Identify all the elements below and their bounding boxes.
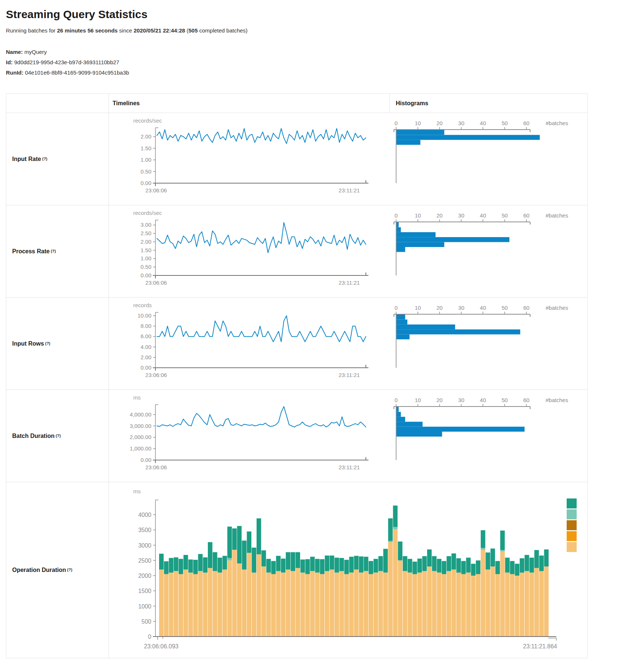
operation-duration-bar-stack-top xyxy=(286,552,290,570)
svg-text:50: 50 xyxy=(502,397,508,403)
operation-duration-bar-stack-bottom xyxy=(529,573,534,637)
operation-duration-bar-stack-bottom xyxy=(188,573,193,637)
operation-duration-bar-stack-top xyxy=(261,551,266,567)
operation-duration-bar-stack-bottom xyxy=(281,573,285,637)
row-process-rate: Process Rate (?) records/sec0.000.501.00… xyxy=(6,205,587,298)
operation-duration-bar-stack-bottom xyxy=(403,571,407,637)
operation-duration-bar-stack-top xyxy=(491,549,495,567)
help-icon[interactable]: (?) xyxy=(67,568,72,572)
svg-text:ms: ms xyxy=(133,394,141,401)
legend-swatch-3 xyxy=(567,520,577,530)
operation-duration-bar-stack-bottom xyxy=(495,574,500,637)
help-icon[interactable]: (?) xyxy=(45,341,50,346)
operation-duration-bar-stack-top xyxy=(447,556,451,571)
svg-text:50: 50 xyxy=(502,212,508,219)
batch-duration-hist-bar xyxy=(396,412,401,416)
svg-text:0: 0 xyxy=(395,397,398,403)
operation-duration-bar-stack-top xyxy=(393,505,398,527)
operation-duration-bar-stack-bottom xyxy=(442,574,446,637)
help-icon[interactable]: (?) xyxy=(51,249,56,253)
operation-duration-bar-stack-top xyxy=(369,561,373,574)
svg-text:10: 10 xyxy=(415,305,421,311)
operation-duration-bar-stack-top xyxy=(237,526,241,564)
operation-duration-bar-stack-bottom xyxy=(359,573,363,637)
operation-duration-bar-stack-bottom xyxy=(247,553,251,637)
input-rows-line xyxy=(157,316,366,342)
operation-duration-bar-stack-bottom xyxy=(412,574,417,637)
svg-text:23:06:06: 23:06:06 xyxy=(145,372,167,378)
svg-text:#batches: #batches xyxy=(546,305,568,311)
operation-duration-bar-stack-top xyxy=(198,554,203,571)
operation-duration-bar-stack-top xyxy=(456,558,461,573)
operation-duration-bar-stack-bottom xyxy=(330,570,334,637)
operation-duration-bar-stack-bottom xyxy=(213,571,217,637)
batch-duration-timeline: ms0.001,000.002,000.003,000.004,000.0023… xyxy=(130,394,368,470)
operation-duration-bar-stack-top xyxy=(544,549,549,566)
batch-duration-hist-bar xyxy=(396,427,525,432)
operation-duration-bar-stack-bottom xyxy=(174,571,178,637)
operation-duration-bar-stack-top xyxy=(301,559,305,573)
operation-duration-bar-stack-bottom xyxy=(398,560,402,637)
operation-duration-bar-stack-bottom xyxy=(471,576,475,637)
operation-duration-bar-stack-bottom xyxy=(320,574,324,637)
operation-duration-bar-stack-middle xyxy=(227,558,232,560)
operation-duration-bar-stack-top xyxy=(451,553,456,570)
svg-text:1.50: 1.50 xyxy=(141,247,151,253)
operation-duration-bar-stack-middle xyxy=(481,548,485,550)
operation-duration-bar-stack-bottom xyxy=(223,570,227,637)
table-header-row: Timelines Histograms xyxy=(6,94,587,113)
operation-duration-bar-stack-bottom xyxy=(208,568,212,637)
svg-text:3,000.00: 3,000.00 xyxy=(130,423,151,429)
svg-text:10.00: 10.00 xyxy=(137,312,151,319)
process-rate-timeline-and-histogram: records/sec0.000.501.001.502.002.503.002… xyxy=(109,205,588,298)
svg-text:1500: 1500 xyxy=(138,588,151,594)
operation-duration-bar-stack-bottom xyxy=(305,574,310,637)
operation-duration-bar-stack-bottom xyxy=(525,571,529,637)
operation-duration-bar-stack-bottom xyxy=(437,573,441,637)
operation-duration-bar-stack-bottom xyxy=(164,574,168,637)
help-icon[interactable]: (?) xyxy=(42,157,47,161)
page-title: Streaming Query Statistics xyxy=(6,7,619,21)
operation-duration-bar-stack-top xyxy=(364,557,368,571)
operation-duration-bar-stack-top xyxy=(276,556,281,571)
operation-duration-bar-stack-middle xyxy=(500,550,505,551)
legend-swatch-2 xyxy=(567,510,577,520)
svg-text:50: 50 xyxy=(502,120,508,126)
operation-duration-stacked-chart: ms0500100015002000250030003500400023:06:… xyxy=(109,482,588,658)
operation-duration-bar-stack-bottom xyxy=(159,570,164,637)
legend-swatch-1 xyxy=(567,498,577,508)
query-name-label: Name: xyxy=(6,49,23,55)
svg-text:records/sec: records/sec xyxy=(133,210,162,216)
operation-duration-bar-stack-top xyxy=(188,559,193,573)
input-rate-timeline-and-histogram: records/sec0.000.501.001.502.0023:06:062… xyxy=(109,113,588,205)
operation-duration-bar-stack-bottom xyxy=(354,570,358,637)
svg-text:10: 10 xyxy=(415,212,421,219)
svg-text:0.50: 0.50 xyxy=(141,168,151,175)
svg-text:60: 60 xyxy=(523,120,529,126)
input-rows-charts: records0.002.004.006.008.0010.0023:06:06… xyxy=(109,298,588,390)
svg-text:3500: 3500 xyxy=(138,527,151,533)
operation-duration-bar-stack-bottom xyxy=(325,571,329,637)
operation-duration-bar-stack-bottom xyxy=(456,573,461,637)
operation-duration-bar-stack-top xyxy=(325,556,329,571)
operation-duration-bar-stack-top xyxy=(359,556,363,573)
operation-duration-bar-stack-top xyxy=(374,559,378,573)
svg-text:0.00: 0.00 xyxy=(141,180,151,186)
row-label-operation-duration: Operation Duration (?) xyxy=(6,482,109,658)
svg-text:0: 0 xyxy=(148,634,151,640)
operation-duration-bar-stack-bottom xyxy=(515,576,519,637)
operation-duration-bar-stack-top xyxy=(388,518,392,541)
operation-duration-bar-stack-bottom xyxy=(476,574,480,637)
operation-duration-bar-stack-bottom xyxy=(179,574,183,637)
help-icon[interactable]: (?) xyxy=(56,433,61,438)
batch-duration-charts: ms0.001,000.002,000.003,000.004,000.0023… xyxy=(109,390,588,482)
svg-text:20: 20 xyxy=(436,212,443,219)
operation-duration-bar-stack-bottom xyxy=(276,571,281,637)
operation-duration-bar-stack-bottom xyxy=(310,571,315,637)
operation-duration-bar-stack-bottom xyxy=(203,573,207,637)
operation-duration-bar-stack-top xyxy=(427,549,432,566)
query-id-label: Id: xyxy=(6,59,13,65)
operation-duration-bar-stack-top xyxy=(525,555,529,571)
statistics-table: Timelines Histograms Input Rate (?) reco… xyxy=(6,93,588,658)
svg-text:23:06:06: 23:06:06 xyxy=(145,280,167,286)
